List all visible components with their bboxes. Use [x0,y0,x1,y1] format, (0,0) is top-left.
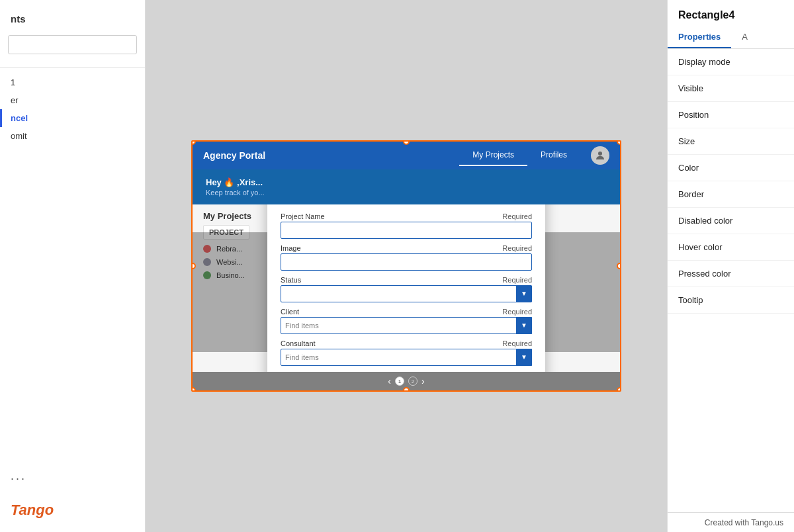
agency-nav: Agency Portal My Projects Profiles [193,142,620,169]
handle-bot-left[interactable] [191,387,196,392]
prop-visible[interactable]: Visible [668,75,794,102]
modal-overlay: Form Project Name Required [193,232,620,352]
form-label-row-3: Client Required [281,308,532,316]
form-label-3: Client [281,308,299,316]
agency-hero: Hey 🔥 ,Xris... Keep track of yo... [193,169,620,204]
prop-color[interactable]: Color [668,155,794,181]
prop-display-mode[interactable]: Display mode [668,49,794,75]
form-row-consultant: Consultant Required ▼ [281,339,532,366]
form-input-image[interactable] [281,253,532,271]
handle-bot-mid[interactable] [403,387,410,392]
form-select-btn-status[interactable]: ▼ [516,285,532,302]
form-row-image: Image Required [281,244,532,271]
nav-tab-my-projects[interactable]: My Projects [459,145,527,166]
user-avatar[interactable] [591,146,609,165]
svg-point-0 [598,152,602,155]
pagination-next[interactable]: › [421,376,425,386]
form-label-1: Image [281,244,301,252]
created-with-label: Created with Tango.us [705,518,783,527]
prop-hover-color[interactable]: Hover color [668,234,794,261]
form-row-project-name: Project Name Required [281,212,532,239]
form-label-row-2: Status Required [281,276,532,284]
form-required-1: Required [502,244,532,252]
form-select-status[interactable] [281,285,532,302]
handle-top-right[interactable] [617,140,621,145]
tango-footer: Created with Tango.us [668,512,794,532]
inner-app: Agency Portal My Projects Profiles Hey 🔥… [193,142,620,390]
prop-pressed-color[interactable]: Pressed color [668,261,794,287]
tab-a[interactable]: A [731,26,758,48]
agency-nav-tabs: My Projects Profiles [459,145,580,166]
prop-tooltip[interactable]: Tooltip [668,287,794,314]
properties-list: Display mode Visible Position Size Color… [668,49,794,512]
tab-properties[interactable]: Properties [668,26,731,48]
form-find-btn-consultant[interactable]: ▼ [516,349,532,366]
hero-sub: Keep track of yo... [206,189,607,197]
form-required-0: Required [502,212,532,220]
form-label-2: Status [281,276,301,284]
sidebar-more-button[interactable]: ··· [0,461,145,496]
canvas-frame[interactable]: Agency Portal My Projects Profiles Hey 🔥… [191,140,621,392]
form-required-2: Required [502,276,532,284]
form-find-wrapper-consultant: ▼ [281,349,532,366]
form-row-status: Status Required ▼ [281,276,532,302]
pagination-prev[interactable]: ‹ [388,376,391,386]
sidebar-search-input[interactable] [8,35,137,54]
form-input-project-name[interactable] [281,222,532,239]
form-find-consultant[interactable] [281,349,532,366]
prop-disabled-color[interactable]: Disabled color [668,208,794,234]
pagination-page-2[interactable]: 2 [408,377,418,386]
right-panel: Rectangle4 Properties A Display mode Vis… [667,0,794,532]
form-row-client: Client Required ▼ [281,308,532,334]
form-find-btn-client[interactable]: ▼ [516,317,532,334]
handle-bot-right[interactable] [617,387,621,392]
agency-body: My Projects PROJECT Rebra... Websi... Bu… [193,204,620,372]
form-required-4: Required [502,339,532,347]
agency-nav-title: Agency Portal [203,150,459,161]
form-label-row-1: Image Required [281,244,532,252]
prop-size[interactable]: Size [668,128,794,155]
main-canvas: Agency Portal My Projects Profiles Hey 🔥… [146,0,667,532]
hero-greeting: Hey 🔥 ,Xris... [206,177,607,187]
handle-mid-right[interactable] [617,263,621,269]
form-required-3: Required [502,308,532,316]
prop-border[interactable]: Border [668,181,794,208]
form-find-client[interactable] [281,317,532,334]
sidebar-divider [0,67,145,68]
prop-position[interactable]: Position [668,102,794,128]
form-find-wrapper-client: ▼ [281,317,532,334]
modal-box: Form Project Name Required [267,204,545,372]
pagination-page-1[interactable]: 1 [395,377,404,386]
sidebar-item-2[interactable]: er [0,91,145,109]
sidebar-item-1[interactable]: 1 [0,73,145,91]
form-label-0: Project Name [281,212,325,220]
form-label-row-0: Project Name Required [281,212,532,220]
sidebar-item-3[interactable]: ncel [0,109,145,127]
tango-logo: Tango [0,496,145,524]
sidebar-item-4[interactable]: omit [0,127,145,145]
right-panel-tabs: Properties A [668,26,794,49]
right-panel-title: Rectangle4 [668,0,794,26]
sidebar-title: nts [0,8,145,35]
form-label-4: Consultant [281,339,316,347]
form-select-wrapper-status: ▼ [281,285,532,302]
left-sidebar: nts 1 er ncel omit ··· Tango [0,0,146,532]
nav-tab-profiles[interactable]: Profiles [527,145,580,166]
form-label-row-4: Consultant Required [281,339,532,347]
